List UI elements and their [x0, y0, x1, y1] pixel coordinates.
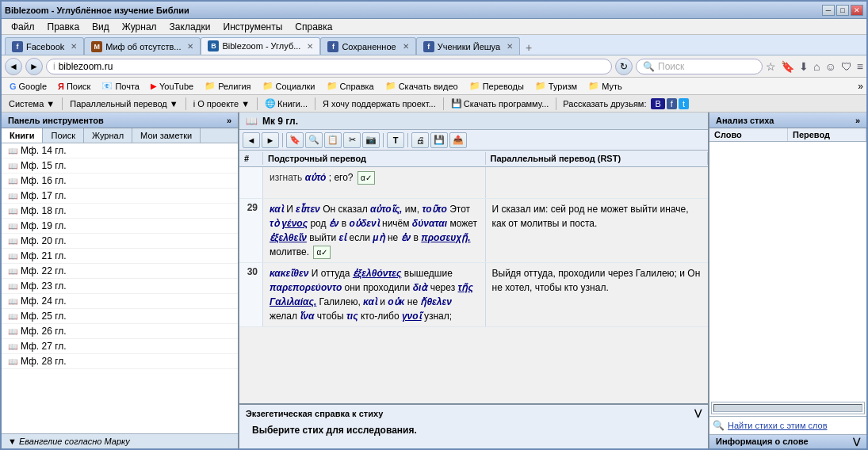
list-item[interactable]: 📖 Мф. 23 гл.: [2, 279, 238, 294]
new-tab-button[interactable]: +: [520, 40, 537, 55]
bookmark-add-button[interactable]: 🔖: [286, 132, 304, 148]
greek-word-ouk[interactable]: οὐκ: [388, 296, 404, 307]
smiley-icon[interactable]: ☺: [825, 60, 836, 73]
right-panel-expand-icon[interactable]: »: [855, 116, 860, 125]
bookmark-mail[interactable]: 📧 Почта: [97, 80, 144, 92]
greek-word-exelthein[interactable]: ἐξελθεῖν: [270, 232, 307, 243]
greek-word-ei[interactable]: εἰ: [339, 232, 347, 243]
bookmark-google[interactable]: G Google: [5, 81, 52, 92]
bookmark-youtube[interactable]: ▶ YouTube: [146, 81, 198, 92]
menu-edit[interactable]: Правка: [41, 20, 86, 34]
bookmark-tourism[interactable]: 📁 Туризм: [530, 80, 582, 92]
list-item[interactable]: 📖 Мф. 19 гл.: [2, 219, 238, 234]
tab-saved[interactable]: f Сохраненное ✕: [320, 37, 415, 55]
parallel-translation-dropdown[interactable]: Параллельный перевод ▼: [66, 98, 182, 109]
bookmark-social[interactable]: 📁 Социалки: [258, 80, 320, 92]
bookmark-religion[interactable]: 📁 Религия: [200, 80, 255, 92]
shield-icon[interactable]: 🛡: [841, 60, 852, 73]
panel-tab-books[interactable]: Книги: [2, 128, 43, 143]
greek-word-en[interactable]: ἐν: [329, 218, 339, 229]
list-item[interactable]: 📖 Мф. 20 гл.: [2, 234, 238, 249]
content-scroll[interactable]: изгнать αὐτό ; его? α✓ 29 καὶ И: [239, 167, 708, 403]
address-bar[interactable]: i biblezoom.ru: [46, 59, 612, 74]
horizontal-scrollbar[interactable]: [713, 404, 862, 412]
home-icon[interactable]: ⌂: [813, 60, 820, 73]
list-item[interactable]: 📖 Мф. 22 гл.: [2, 264, 238, 279]
greek-word-kakeithen[interactable]: κακεῖθεν: [270, 268, 308, 279]
star-icon[interactable]: ☆: [766, 60, 776, 73]
list-item[interactable]: 📖 Мф. 18 гл.: [2, 204, 238, 219]
list-item[interactable]: 📖 Мф. 27 гл.: [2, 339, 238, 354]
bookmark-misc[interactable]: 📁 Муть: [583, 80, 627, 92]
bookmark-download-video[interactable]: 📁 Скачать видео: [380, 80, 463, 92]
menu-view[interactable]: Вид: [86, 20, 116, 34]
menu-bookmarks[interactable]: Закладки: [163, 20, 217, 34]
system-dropdown[interactable]: Система ▼: [5, 98, 59, 109]
list-item[interactable]: 📖 Мф. 28 гл.: [2, 354, 238, 369]
cut-button[interactable]: ✂: [343, 132, 361, 148]
bookmark-translations[interactable]: 📁 Переводы: [465, 80, 529, 92]
font-button[interactable]: T: [387, 132, 404, 148]
menu-journal[interactable]: Журнал: [116, 20, 163, 34]
greek-word-exelthontes[interactable]: ἐξελθόντες: [353, 268, 402, 279]
greek-word-to[interactable]: τὸ: [270, 218, 279, 229]
greek-word-eipen[interactable]: εἶπεν: [296, 204, 320, 215]
bookmark-yandex[interactable]: Я Поиск: [53, 81, 95, 92]
books-button[interactable]: 🌐 Книги...: [261, 97, 312, 109]
footnote-29[interactable]: α✓: [313, 246, 331, 259]
support-button[interactable]: Я хочу поддержать проект...: [319, 98, 440, 109]
tab-mif[interactable]: М Миф об отсутств... ✕: [84, 37, 201, 55]
search-content-button[interactable]: 🔍: [305, 132, 323, 148]
panel-tab-notes[interactable]: Мои заметки: [132, 128, 201, 143]
next-chapter-button[interactable]: ►: [262, 132, 279, 148]
share-facebook-button[interactable]: f: [667, 98, 677, 109]
close-tab-saved[interactable]: ✕: [403, 42, 409, 51]
list-item[interactable]: 📖 Мф. 15 гл.: [2, 158, 238, 174]
maximize-button[interactable]: □: [836, 5, 849, 16]
print-button[interactable]: 🖨: [411, 132, 429, 148]
greek-word[interactable]: αὐτό: [305, 172, 327, 183]
tab-disciples[interactable]: f Ученики Йешуа ✕: [416, 37, 520, 55]
greek-word-autois[interactable]: αὐτοῖς,: [370, 204, 402, 215]
tab-facebook[interactable]: f Facebook ✕: [5, 37, 84, 55]
greek-word-pareporeuonto[interactable]: παρεπορεύοντο: [270, 282, 342, 293]
close-button[interactable]: ✕: [851, 5, 863, 16]
right-scroll[interactable]: [709, 142, 866, 400]
greek-word-proseuche[interactable]: προσευχῇ.: [421, 232, 470, 243]
greek-word-ethelen[interactable]: ἤθελεν: [420, 296, 452, 307]
greek-word-en2[interactable]: ἐν: [401, 232, 411, 243]
tab-biblezoom[interactable]: B Biblezoom - Углуб... ✕: [201, 37, 320, 55]
greek-word-genos[interactable]: γένος: [281, 218, 308, 229]
panel-expand-icon[interactable]: »: [227, 116, 231, 125]
download-program-button[interactable]: 💾 Скачать программу...: [447, 97, 553, 109]
save-button[interactable]: 💾: [430, 132, 448, 148]
footnote-icon[interactable]: α✓: [358, 171, 375, 185]
share-twitter-button[interactable]: t: [679, 98, 689, 109]
bookmarks-more[interactable]: »: [858, 81, 863, 92]
search-verses-label[interactable]: Найти стихи с этим слов: [728, 421, 828, 430]
forward-button[interactable]: ►: [25, 58, 43, 75]
download-icon[interactable]: ⬇: [799, 60, 809, 73]
greek-word-kai[interactable]: καὶ: [270, 204, 284, 215]
greek-word-dunatai[interactable]: δύναται: [412, 218, 447, 229]
search-bar[interactable]: 🔍 Поиск: [636, 59, 763, 74]
list-item[interactable]: 📖 Мф. 14 гл.: [2, 143, 238, 158]
list-item[interactable]: 📖 Мф. 26 гл.: [2, 324, 238, 339]
panel-tab-search[interactable]: Поиск: [43, 128, 83, 143]
list-item[interactable]: 📖 Мф. 24 гл.: [2, 294, 238, 309]
greek-word-oudeni[interactable]: οὐδενὶ: [350, 218, 380, 229]
bookmark-help[interactable]: 📁 Справка: [322, 80, 379, 92]
panel-tab-journal[interactable]: Журнал: [84, 128, 132, 143]
menu-icon[interactable]: ≡: [857, 60, 863, 73]
close-tab-mif[interactable]: ✕: [187, 42, 193, 51]
menu-help[interactable]: Справка: [289, 20, 338, 34]
screenshot-button[interactable]: 📷: [362, 132, 380, 148]
greek-word-kai2[interactable]: καὶ: [363, 296, 377, 307]
refresh-button[interactable]: ↻: [615, 58, 633, 75]
menu-tools[interactable]: Инструменты: [217, 20, 289, 34]
list-item[interactable]: 📖 Мф. 21 гл.: [2, 249, 238, 264]
greek-word-touto[interactable]: τοῦτο: [422, 204, 446, 215]
close-tab-biblezoom[interactable]: ✕: [307, 42, 313, 51]
greek-word-hina[interactable]: ἵνα: [300, 311, 314, 322]
minimize-button[interactable]: ─: [822, 5, 835, 16]
